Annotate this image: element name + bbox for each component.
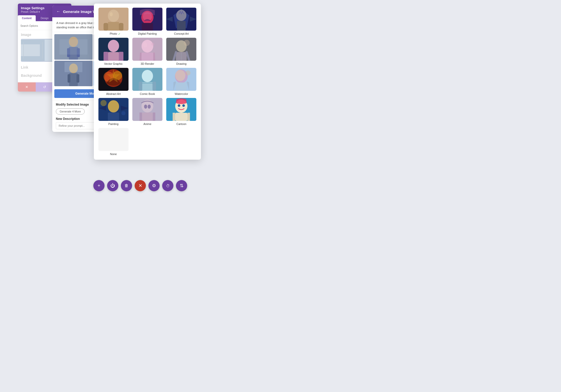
svg-rect-85 — [142, 112, 153, 121]
svg-rect-51 — [119, 52, 123, 61]
svg-rect-74 — [176, 82, 187, 91]
svg-rect-24 — [68, 74, 70, 83]
selected-check-icon: ✓ — [118, 32, 121, 36]
svg-rect-50 — [104, 52, 108, 61]
style-label-none: None — [110, 153, 117, 156]
tab-content[interactable]: Content — [18, 15, 36, 21]
svg-rect-37 — [104, 23, 108, 31]
style-img-comic — [132, 68, 162, 91]
svg-point-83 — [144, 105, 147, 109]
style-label-comic: Comic Book — [140, 92, 155, 95]
svg-rect-7 — [42, 42, 43, 58]
svg-rect-46 — [177, 21, 186, 31]
delete-button[interactable]: 🗑 — [121, 180, 132, 191]
style-img-watercolor — [166, 68, 196, 91]
generate-4-button[interactable]: Generate 4 More — [56, 108, 85, 115]
cancel-button[interactable]: ✕ — [18, 82, 36, 92]
svg-rect-90 — [175, 113, 187, 121]
style-item-drawing[interactable]: Drawing — [166, 38, 197, 65]
style-img-none — [98, 128, 129, 151]
close-button[interactable]: ✕ — [135, 180, 146, 191]
settings-button[interactable]: ⚙ — [148, 180, 160, 191]
style-img-drawing — [166, 38, 196, 61]
style-img-3d — [132, 38, 162, 61]
style-item-comic[interactable]: Comic Book — [132, 68, 163, 95]
svg-point-60 — [184, 40, 190, 46]
svg-point-48 — [108, 40, 119, 52]
svg-rect-43 — [142, 23, 153, 31]
style-item-none[interactable]: None — [98, 128, 129, 156]
undo-button[interactable]: ↺ — [36, 82, 54, 92]
sort-button[interactable]: ⇅ — [176, 180, 187, 191]
power-button[interactable]: ⏻ — [107, 180, 118, 191]
style-img-painting — [98, 98, 129, 121]
style-item-cartoon[interactable]: Cartoon — [166, 98, 197, 125]
svg-point-55 — [143, 42, 147, 47]
style-item-digital[interactable]: Digital Painting — [132, 8, 163, 35]
style-label-photo: Photo ✓ — [110, 32, 117, 35]
style-label-drawing: Drawing — [176, 62, 186, 65]
add-button[interactable]: + — [93, 180, 105, 191]
svg-point-66 — [142, 70, 153, 82]
svg-rect-26 — [65, 62, 82, 72]
generated-image-1[interactable] — [54, 34, 93, 60]
svg-rect-36 — [108, 22, 119, 31]
style-label-3d: 3D Render — [141, 62, 154, 65]
svg-point-39 — [110, 12, 113, 16]
svg-rect-91 — [98, 128, 129, 151]
style-img-digital — [132, 8, 162, 31]
svg-point-79 — [100, 100, 107, 106]
svg-rect-13 — [59, 39, 87, 55]
style-item-photo[interactable]: Photo ✓ — [98, 8, 129, 35]
style-item-vector[interactable]: Vector Graphic — [98, 38, 129, 65]
svg-rect-6 — [23, 42, 24, 58]
style-item-painting[interactable]: Painting — [98, 98, 129, 125]
style-label-digital: Digital Painting — [138, 32, 157, 35]
style-item-anime[interactable]: Anime — [132, 98, 163, 125]
style-label-concept: Concept Art — [174, 32, 189, 35]
svg-point-35 — [108, 10, 119, 22]
svg-rect-67 — [142, 82, 153, 91]
panel-preset[interactable]: Preset: Default ▾ — [21, 10, 44, 13]
style-panel: Photo ✓ Digital Painting — [94, 4, 201, 160]
svg-rect-49 — [108, 52, 119, 61]
svg-point-45 — [176, 10, 186, 21]
person-svg-1 — [54, 34, 93, 60]
style-img-anime — [132, 98, 162, 121]
style-label-abstract: Abstract Art — [106, 92, 121, 95]
generated-image-3[interactable] — [54, 61, 93, 86]
style-label-watercolor: Watercolor — [175, 92, 188, 95]
style-img-cartoon — [166, 98, 196, 121]
person-svg-3 — [54, 61, 93, 86]
svg-point-53 — [142, 40, 153, 53]
svg-rect-23 — [69, 73, 78, 86]
panel-title: Image Settings — [21, 6, 44, 10]
timer-button[interactable]: ⏱ — [162, 180, 173, 191]
svg-point-89 — [182, 104, 185, 107]
style-label-painting: Painting — [108, 122, 119, 125]
svg-rect-38 — [119, 23, 123, 31]
tab-design[interactable]: Design — [36, 15, 54, 21]
style-grid: Photo ✓ Digital Painting — [98, 8, 197, 156]
style-item-3d[interactable]: 3D Render — [132, 38, 163, 65]
style-img-concept — [166, 8, 196, 31]
svg-rect-68 — [139, 82, 142, 91]
toolbar: + ⏻ 🗑 ✕ ⚙ ⏱ ⇅ — [93, 180, 187, 191]
style-item-abstract[interactable]: Abstract Art — [98, 68, 129, 95]
style-label-anime: Anime — [143, 122, 151, 125]
svg-point-56 — [151, 43, 154, 46]
svg-point-88 — [178, 104, 180, 107]
style-img-photo — [98, 8, 129, 31]
svg-rect-78 — [108, 112, 119, 121]
svg-point-75 — [185, 70, 190, 75]
style-item-concept[interactable]: Concept Art — [166, 8, 197, 35]
style-item-watercolor[interactable]: Watercolor — [166, 68, 197, 95]
svg-point-73 — [175, 70, 185, 81]
svg-rect-54 — [142, 53, 153, 61]
svg-point-84 — [148, 105, 151, 109]
svg-point-77 — [108, 100, 119, 112]
svg-rect-69 — [152, 82, 156, 91]
back-arrow-icon[interactable]: ← — [56, 9, 60, 14]
svg-rect-25 — [76, 74, 79, 83]
style-label-cartoon: Cartoon — [176, 122, 186, 125]
